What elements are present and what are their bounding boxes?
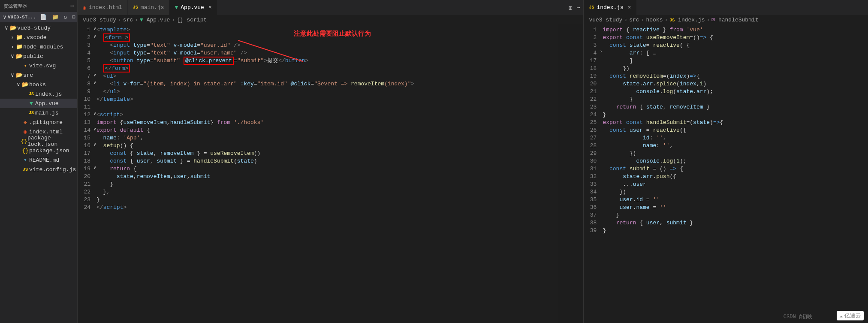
line-gutter: 123›417181920212223242526272829303132333… (584, 24, 603, 323)
code-area[interactable]: 注意此处需要阻止默认行为 <template> <form > <input t… (96, 24, 558, 323)
line-gutter: ∨1∨23456∨7∨891011∨1213∨1415∨161718∨19202… (78, 24, 96, 323)
watermark: CSDN @初映 (784, 313, 812, 320)
tree-item-package-lock.json[interactable]: {}package-lock.json (0, 136, 77, 146)
explorer-header: 资源管理器 ⋯ (0, 0, 77, 12)
chevron-down-icon: ∨ (2, 14, 8, 21)
more-icon[interactable]: ⋯ (577, 4, 580, 11)
editor-group-right: JSindex.js× vue3-study›src›hooks›JS inde… (583, 0, 868, 323)
tab-index.js[interactable]: JSindex.js× (584, 0, 636, 15)
watermark-logo: ☁亿速云 (837, 311, 864, 320)
tree-item-vue3-study[interactable]: ∨📂vue3-study (0, 23, 77, 33)
editor-left[interactable]: ∨1∨23456∨7∨891011∨1213∨1415∨161718∨19202… (78, 24, 583, 323)
tab-bar-right: JSindex.js× (584, 0, 868, 15)
refresh-icon[interactable]: ↻ (64, 14, 67, 21)
tree-item-App.vue[interactable]: ▼App.vue (0, 99, 77, 108)
tab-main.js[interactable]: JSmain.js (128, 0, 170, 15)
tree-item-main.js[interactable]: JSmain.js (0, 108, 77, 118)
tab-bar-left: ◉index.htmlJSmain.js▼App.vue× ◫ ⋯ (78, 0, 583, 15)
editor-right[interactable]: 123›417181920212223242526272829303132333… (584, 24, 868, 323)
tree-item-.vscode[interactable]: ›📁.vscode (0, 33, 77, 42)
tree-item-.gitignore[interactable]: ◆.gitignore (0, 118, 77, 127)
split-icon[interactable]: ◫ (569, 4, 573, 11)
tree-item-src[interactable]: ∨📂src (0, 70, 77, 80)
more-icon[interactable]: ⋯ (70, 3, 74, 9)
file-tree: ∨📂vue3-study›📁.vscode›📁node_modules∨📂pub… (0, 22, 77, 323)
tree-item-node_modules[interactable]: ›📁node_modules (0, 42, 77, 51)
tree-item-README.md[interactable]: ▾README.md (0, 155, 77, 165)
tree-item-package.json[interactable]: {}package.json (0, 146, 77, 155)
close-icon[interactable]: × (208, 4, 212, 11)
code-area[interactable]: import { reactive } from 'vue'export con… (603, 24, 868, 323)
tree-item-vite.svg[interactable]: ✦vite.svg (0, 61, 77, 70)
new-folder-icon[interactable]: 📁 (52, 14, 59, 21)
close-icon[interactable]: × (628, 4, 631, 11)
breadcrumbs-right[interactable]: vue3-study›src›hooks›JS index.js›⊡ handl… (584, 15, 868, 24)
collapse-icon[interactable]: ⊟ (72, 14, 75, 21)
breadcrumbs-left[interactable]: vue3-study›src›▼ App.vue›{} script (78, 15, 583, 24)
tab-App.vue[interactable]: ▼App.vue× (169, 0, 217, 15)
explorer-sidebar: 资源管理器 ⋯ ∨ VUE3-ST... 📄 📁 ↻ ⊟ ∨📂vue3-stud… (0, 0, 77, 323)
editor-group-left: ◉index.htmlJSmain.js▼App.vue× ◫ ⋯ vue3-s… (77, 0, 583, 323)
tree-item-vite.config.js[interactable]: JSvite.config.js (0, 165, 77, 174)
explorer-title: 资源管理器 (3, 3, 70, 9)
new-file-icon[interactable]: 📄 (40, 14, 47, 21)
minimap[interactable] (558, 24, 583, 323)
tree-item-index.js[interactable]: JSindex.js (0, 89, 77, 99)
project-bar[interactable]: ∨ VUE3-ST... 📄 📁 ↻ ⊟ (0, 12, 77, 22)
tab-index.html[interactable]: ◉index.html (78, 0, 128, 15)
annotation-text: 注意此处需要阻止默认行为 (294, 30, 371, 38)
tree-item-public[interactable]: ∨📂public (0, 51, 77, 61)
project-name: VUE3-ST... (8, 15, 38, 20)
tree-item-hooks[interactable]: ∨📂hooks (0, 80, 77, 89)
